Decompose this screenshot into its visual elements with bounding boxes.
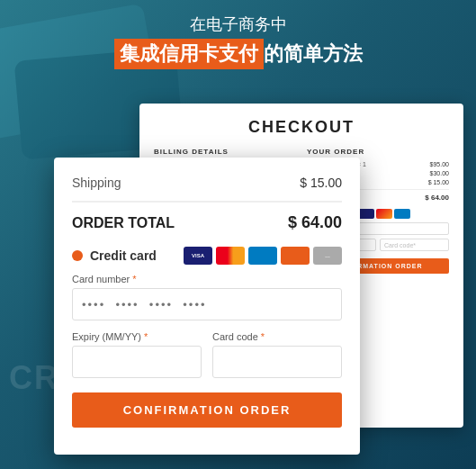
card-code-input[interactable] [212, 346, 342, 378]
header-line2: 集成信用卡支付 的简单方法 [114, 39, 363, 69]
back-card-icons [358, 209, 410, 219]
expiry-input[interactable] [72, 346, 202, 378]
order-total-price: $ 64.00 [288, 213, 342, 232]
back-code-input[interactable]: Card code* [380, 239, 449, 251]
payment-label: Credit card [90, 248, 157, 263]
item-1-price: $95.00 [430, 161, 449, 167]
expiry-required: * [144, 331, 148, 342]
shipping-row: Shipping $ 15.00 [72, 176, 342, 190]
expiry-field: Expiry (MM/YY) * [72, 331, 202, 378]
mastercard-icon-sm [376, 209, 392, 219]
expiry-label-text: Expiry (MM/YY) [72, 331, 141, 342]
visa-icon-sm [358, 209, 374, 219]
order-total-label: ORDER TOTAL [72, 215, 175, 231]
payment-row: Credit card VISA … [72, 247, 342, 265]
required-marker: * [132, 274, 136, 284]
card-number-field-label: Card number * [72, 274, 342, 284]
discover-icon [281, 247, 310, 265]
front-divider [72, 201, 342, 203]
card-number-input[interactable] [72, 288, 342, 320]
header-section: 在电子商务中 集成信用卡支付 的简单方法 [0, 14, 476, 69]
code-required: * [261, 331, 265, 342]
front-checkout-card: Shipping $ 15.00 ORDER TOTAL $ 64.00 Cre… [54, 158, 360, 455]
item-2-price: $30.00 [430, 170, 449, 176]
orange-dot [72, 250, 83, 261]
shipping-label: Shipping [72, 176, 121, 190]
header-line1: 在电子商务中 [0, 14, 476, 35]
code-field: Card code * [212, 331, 342, 378]
card-icons: VISA … [184, 247, 342, 265]
order-total-row: ORDER TOTAL $ 64.00 [72, 213, 342, 232]
checkout-title: CHECKOUT [154, 118, 449, 137]
expiry-code-row: Expiry (MM/YY) * Card code * [72, 331, 342, 378]
amex-icon [248, 247, 277, 265]
visa-icon: VISA [184, 247, 212, 265]
billing-title: BILLING DETAILS [154, 148, 296, 156]
highlight-text: 集成信用卡支付 [114, 39, 264, 69]
mastercard-icon [216, 247, 245, 265]
expiry-label: Expiry (MM/YY) * [72, 331, 202, 342]
back-shipping-price: $ 15.00 [428, 179, 449, 185]
more-cards-icon: … [313, 247, 342, 265]
subtitle-rest: 的简单方法 [264, 41, 363, 68]
shipping-price: $ 15.00 [300, 176, 342, 190]
confirm-order-button[interactable]: CONFIRMATION ORDER [72, 392, 342, 428]
code-label: Card code * [212, 331, 342, 342]
card-number-label-text: Card number [72, 274, 130, 284]
amex-icon-sm [394, 209, 410, 219]
code-label-text: Card code [212, 331, 258, 342]
payment-section: Credit card VISA … Card number * Expiry … [72, 247, 342, 378]
back-total-price: $ 64.00 [425, 194, 449, 202]
order-title: YOUR ORDER [307, 148, 449, 156]
